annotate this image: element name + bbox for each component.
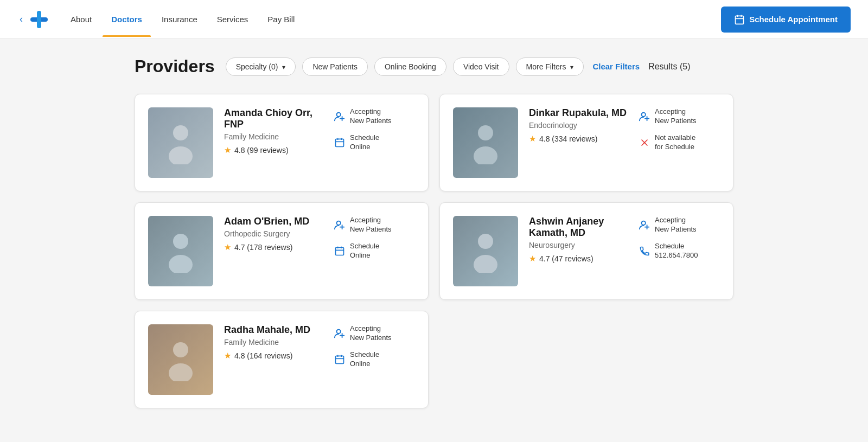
- svg-point-18: [642, 113, 646, 117]
- calendar-schedule-icon: [334, 354, 346, 365]
- provider-specialty: Family Medicine: [224, 132, 323, 141]
- accepting-text: AcceptingNew Patients: [350, 216, 392, 234]
- calendar-schedule-icon: [334, 137, 346, 148]
- svg-point-17: [474, 146, 497, 164]
- phone-icon: [639, 246, 650, 257]
- svg-point-33: [474, 255, 497, 273]
- provider-card[interactable]: Dinkar Rupakula, MDEndocrinology★ 4.8 (3…: [439, 94, 733, 191]
- provider-photo: [453, 107, 518, 178]
- schedule-action: ScheduleOnline: [334, 242, 415, 260]
- svg-point-34: [642, 221, 646, 225]
- provider-info: Radha Mahale, MDFamily Medicine★ 4.8 (16…: [224, 324, 323, 361]
- provider-name: Ashwin Anjaney Kamath, MD: [529, 216, 628, 239]
- schedule-action: Schedule512.654.7800: [639, 242, 720, 260]
- nav-insurance[interactable]: Insurance: [153, 2, 206, 37]
- nav-doctors[interactable]: Doctors: [103, 2, 151, 37]
- main-content: Providers Specialty (0) New Patients Onl…: [108, 39, 760, 426]
- svg-point-39: [337, 330, 341, 334]
- provider-name: Dinkar Rupakula, MD: [529, 107, 628, 119]
- provider-rating: ★ 4.8 (99 reviews): [224, 145, 323, 155]
- schedule-text: ScheduleOnline: [350, 133, 379, 152]
- accepting-new-patients: AcceptingNew Patients: [334, 324, 415, 343]
- rating-value: 4.8 (99 reviews): [234, 146, 289, 155]
- nav-paybill[interactable]: Pay Bill: [259, 2, 303, 37]
- svg-point-32: [478, 234, 493, 249]
- svg-point-9: [337, 113, 341, 117]
- specialty-filter[interactable]: Specialty (0): [226, 57, 296, 76]
- header-left: ‹ About Doctors Insurance Services Pay B…: [17, 2, 303, 37]
- accepting-text: AcceptingNew Patients: [350, 107, 392, 126]
- star-icon: ★: [224, 351, 231, 361]
- provider-card[interactable]: Amanda Chioy Orr, FNPFamily Medicine★ 4.…: [135, 94, 429, 191]
- provider-info: Adam O'Brien, MDOrthopedic Surgery★ 4.7 …: [224, 216, 323, 252]
- accepting-icon: [639, 219, 650, 231]
- provider-card[interactable]: Ashwin Anjaney Kamath, MDNeurosurgery★ 4…: [439, 202, 733, 300]
- back-button[interactable]: ‹: [17, 11, 25, 27]
- accepting-icon: [334, 328, 346, 339]
- star-icon: ★: [224, 145, 231, 155]
- accepting-new-patients: AcceptingNew Patients: [639, 107, 720, 126]
- accepting-text: AcceptingNew Patients: [655, 107, 697, 126]
- provider-photo: [148, 324, 213, 395]
- svg-rect-3: [736, 16, 744, 24]
- specialty-chevron-icon: [281, 62, 285, 71]
- svg-point-24: [169, 255, 193, 273]
- provider-card[interactable]: Adam O'Brien, MDOrthopedic Surgery★ 4.7 …: [135, 202, 429, 300]
- svg-rect-12: [336, 139, 344, 146]
- provider-actions: AcceptingNew Patients ScheduleOnline: [334, 216, 415, 260]
- star-icon: ★: [529, 134, 536, 144]
- provider-photo: [148, 216, 213, 286]
- svg-rect-2: [37, 11, 41, 28]
- svg-rect-42: [336, 356, 344, 363]
- provider-name: Amanda Chioy Orr, FNP: [224, 107, 323, 130]
- provider-rating: ★ 4.8 (164 reviews): [224, 351, 323, 361]
- new-patients-filter[interactable]: New Patients: [302, 57, 367, 76]
- accepting-icon: [334, 219, 346, 231]
- provider-name: Radha Mahale, MD: [224, 324, 323, 336]
- provider-actions: AcceptingNew Patients ScheduleOnline: [334, 324, 415, 369]
- accepting-text: AcceptingNew Patients: [350, 324, 392, 343]
- svg-point-16: [478, 125, 493, 140]
- svg-point-25: [337, 221, 341, 225]
- page-title: Providers: [135, 56, 215, 76]
- schedule-text: ScheduleOnline: [350, 242, 379, 260]
- provider-info: Ashwin Anjaney Kamath, MDNeurosurgery★ 4…: [529, 216, 628, 264]
- main-nav: About Doctors Insurance Services Pay Bil…: [62, 2, 303, 37]
- provider-actions: AcceptingNew Patients Schedule512.654.78…: [639, 216, 720, 260]
- schedule-appointment-button[interactable]: Schedule Appointment: [721, 7, 851, 33]
- calendar-icon: [734, 14, 745, 25]
- schedule-action: Not availablefor Schedule: [639, 133, 720, 152]
- more-filters-chevron-icon: [569, 62, 573, 71]
- provider-card[interactable]: Radha Mahale, MDFamily Medicine★ 4.8 (16…: [135, 311, 429, 408]
- schedule-text: ScheduleOnline: [350, 350, 379, 369]
- provider-info: Dinkar Rupakula, MDEndocrinology★ 4.8 (3…: [529, 107, 628, 144]
- not-available-text: Not availablefor Schedule: [655, 133, 695, 152]
- more-filters-button[interactable]: More Filters: [516, 57, 584, 76]
- rating-value: 4.8 (164 reviews): [234, 351, 292, 360]
- online-booking-filter[interactable]: Online Booking: [374, 57, 446, 76]
- provider-rating: ★ 4.8 (334 reviews): [529, 134, 628, 144]
- provider-specialty: Endocrinology: [529, 121, 628, 130]
- provider-name: Adam O'Brien, MD: [224, 216, 323, 227]
- provider-specialty: Neurosurgery: [529, 241, 628, 249]
- provider-photo: [148, 107, 213, 178]
- svg-rect-28: [336, 247, 344, 255]
- accepting-new-patients: AcceptingNew Patients: [639, 216, 720, 234]
- accepting-new-patients: AcceptingNew Patients: [334, 107, 415, 126]
- provider-specialty: Family Medicine: [224, 338, 323, 347]
- nav-about[interactable]: About: [62, 2, 100, 37]
- clear-filters-button[interactable]: Clear Filters: [590, 57, 642, 75]
- schedule-text: Schedule512.654.7800: [655, 242, 698, 260]
- svg-point-7: [173, 125, 188, 140]
- schedule-btn-label: Schedule Appointment: [749, 15, 838, 24]
- video-visit-filter[interactable]: Video Visit: [453, 57, 509, 76]
- nav-services[interactable]: Services: [208, 2, 257, 37]
- providers-grid: Amanda Chioy Orr, FNPFamily Medicine★ 4.…: [135, 94, 733, 408]
- accepting-icon: [334, 111, 346, 123]
- provider-info: Amanda Chioy Orr, FNPFamily Medicine★ 4.…: [224, 107, 323, 155]
- provider-rating: ★ 4.7 (47 reviews): [529, 254, 628, 264]
- rating-value: 4.8 (334 reviews): [539, 134, 597, 143]
- calendar-schedule-icon: [334, 246, 346, 257]
- provider-rating: ★ 4.7 (178 reviews): [224, 242, 323, 252]
- provider-photo: [453, 216, 518, 286]
